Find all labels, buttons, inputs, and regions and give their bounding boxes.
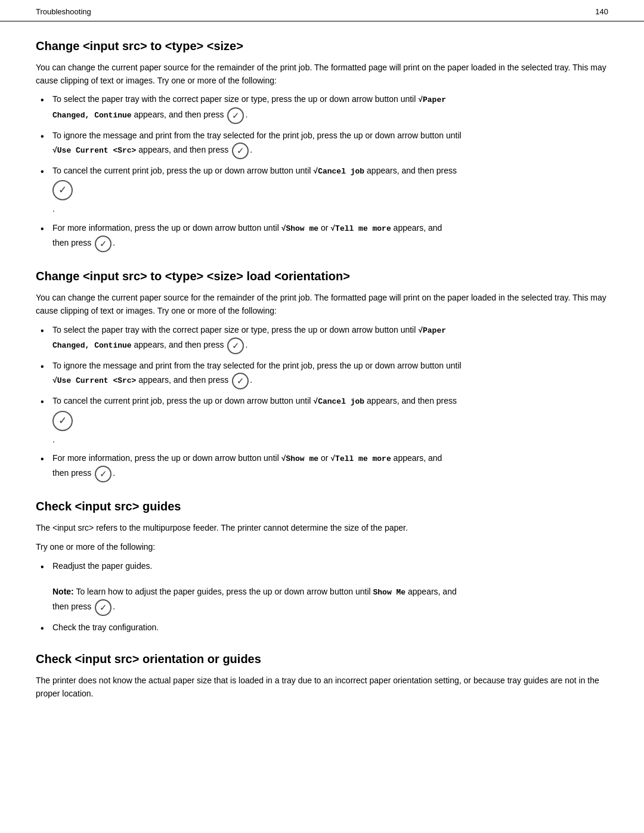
note-text: Note: To learn how to adjust the paper g… bbox=[52, 587, 457, 596]
check-button-icon bbox=[227, 107, 244, 124]
check-button-icon bbox=[227, 337, 244, 354]
section3-para2: Try one or more of the following: bbox=[36, 541, 608, 554]
list-item: To cancel the current print job, press t… bbox=[36, 165, 608, 216]
page: Troubleshooting 140 Change <input src> t… bbox=[0, 0, 644, 833]
code-text: √Tell me more bbox=[330, 224, 391, 233]
code-text: √Tell me more bbox=[330, 454, 391, 463]
list-item: Check the tray configuration. bbox=[36, 621, 608, 634]
page-header: Troubleshooting 140 bbox=[0, 0, 644, 21]
header-page-number: 140 bbox=[595, 7, 608, 16]
code-text: √Show me bbox=[281, 454, 318, 463]
check-button-icon bbox=[95, 236, 112, 252]
list-item: To ignore the message and print from the… bbox=[36, 129, 608, 159]
section2-heading: Change <input src> to <type> <size> load… bbox=[36, 270, 608, 283]
section1-list: To select the paper tray with the correc… bbox=[36, 93, 608, 252]
code-text: Changed, Continue bbox=[52, 110, 132, 119]
code-text: √Cancel job bbox=[313, 167, 364, 176]
list-item: To select the paper tray with the correc… bbox=[36, 93, 608, 123]
code-text: √Cancel job bbox=[313, 397, 364, 406]
section3-heading: Check <input src> guides bbox=[36, 500, 608, 513]
section2-intro: You can change the current paper source … bbox=[36, 292, 608, 317]
list-item: To cancel the current print job, press t… bbox=[36, 395, 608, 446]
code-text: √Paper bbox=[418, 95, 446, 104]
section3-para1: The <input src> refers to the multipurpo… bbox=[36, 522, 608, 535]
check-button-icon bbox=[52, 180, 73, 200]
section4-para1: The printer does not know the actual pap… bbox=[36, 674, 608, 700]
check-button-icon bbox=[95, 599, 112, 616]
code-text: √Paper bbox=[418, 326, 446, 335]
list-item: To select the paper tray with the correc… bbox=[36, 324, 608, 354]
section2-list: To select the paper tray with the correc… bbox=[36, 324, 608, 482]
list-item: Readjust the paper guides. Note: To lear… bbox=[36, 560, 608, 616]
list-item: For more information, press the up or do… bbox=[36, 452, 608, 482]
code-text: Changed, Continue bbox=[52, 340, 132, 349]
main-content: Change <input src> to <type> <size> You … bbox=[0, 21, 644, 730]
list-item: For more information, press the up or do… bbox=[36, 222, 608, 252]
check-button-icon bbox=[95, 466, 112, 482]
code-text: √Use Current <Src> bbox=[52, 376, 136, 385]
check-button-icon bbox=[232, 373, 249, 389]
section1-intro: You can change the current paper source … bbox=[36, 61, 608, 87]
list-item: To ignore the message and print from the… bbox=[36, 360, 608, 389]
check-button-icon bbox=[52, 411, 73, 431]
check-button-icon bbox=[232, 143, 249, 159]
section4-heading: Check <input src> orientation or guides bbox=[36, 652, 608, 666]
code-text: √Use Current <Src> bbox=[52, 146, 136, 155]
code-text: √Show me bbox=[281, 224, 318, 233]
header-title: Troubleshooting bbox=[36, 7, 91, 16]
code-text: Show Me bbox=[373, 588, 406, 597]
section3-list: Readjust the paper guides. Note: To lear… bbox=[36, 560, 608, 634]
section1-heading: Change <input src> to <type> <size> bbox=[36, 39, 608, 53]
